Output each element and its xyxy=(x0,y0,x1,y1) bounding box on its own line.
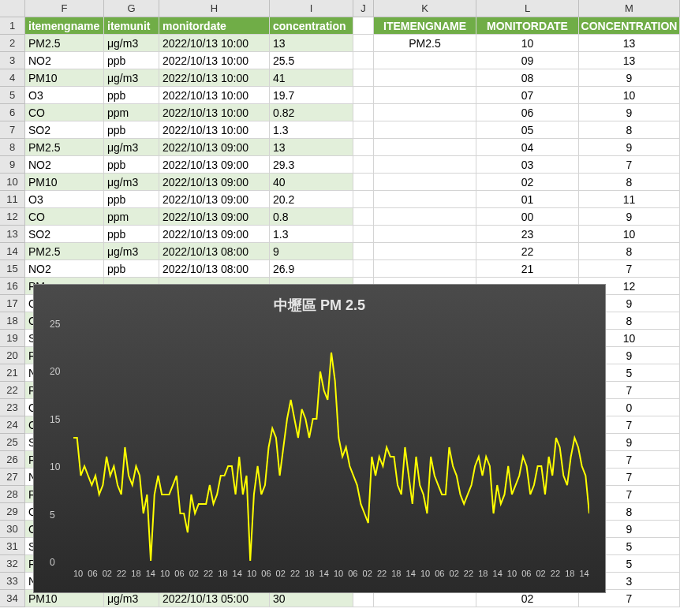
header-monitordate-r[interactable]: MONITORDATE xyxy=(476,17,579,35)
header-itemengname[interactable]: itemengname xyxy=(25,17,104,35)
colhead-M[interactable]: M xyxy=(579,0,680,17)
cell-J14[interactable] xyxy=(353,243,374,260)
rowhead-2[interactable]: 2 xyxy=(0,35,25,52)
cell-L5[interactable]: 07 xyxy=(476,87,579,104)
cell-F4[interactable]: PM10 xyxy=(25,69,104,87)
cell-H15[interactable]: 2022/10/13 08:00 xyxy=(159,260,270,278)
rowhead-8[interactable]: 8 xyxy=(0,139,25,156)
colhead-F[interactable]: F xyxy=(25,0,104,17)
cell-L8[interactable]: 04 xyxy=(476,139,579,156)
rowhead-6[interactable]: 6 xyxy=(0,104,25,121)
cell-L9[interactable]: 03 xyxy=(476,156,579,174)
cell-F5[interactable]: O3 xyxy=(25,87,104,104)
cell-H11[interactable]: 2022/10/13 09:00 xyxy=(159,191,270,208)
cell-G11[interactable]: ppb xyxy=(104,191,159,208)
chart-pm25[interactable]: 中壢區 PM 2.5 0510152025 100602221814100602… xyxy=(33,284,606,593)
rowhead-34[interactable]: 34 xyxy=(0,590,25,607)
cell-J12[interactable] xyxy=(353,208,374,226)
cell-F2[interactable]: PM2.5 xyxy=(25,35,104,52)
rowhead-21[interactable]: 21 xyxy=(0,364,25,382)
rowhead-15[interactable]: 15 xyxy=(0,260,25,278)
cell-L7[interactable]: 05 xyxy=(476,121,579,139)
cell-H2[interactable]: 2022/10/13 10:00 xyxy=(159,35,270,52)
cell-K4[interactable] xyxy=(374,69,476,87)
rowhead-24[interactable]: 24 xyxy=(0,416,25,434)
cell-L6[interactable]: 06 xyxy=(476,104,579,121)
cell-F10[interactable]: PM10 xyxy=(25,174,104,191)
cell-M4[interactable]: 9 xyxy=(579,69,680,87)
cell-I10[interactable]: 40 xyxy=(270,174,353,191)
cell-K10[interactable] xyxy=(374,174,476,191)
colhead-H[interactable]: H xyxy=(159,0,270,17)
rowhead-7[interactable]: 7 xyxy=(0,121,25,139)
cell-F13[interactable]: SO2 xyxy=(25,226,104,243)
rowhead-28[interactable]: 28 xyxy=(0,486,25,503)
cell-I11[interactable]: 20.2 xyxy=(270,191,353,208)
cell-L11[interactable]: 01 xyxy=(476,191,579,208)
rowhead-13[interactable]: 13 xyxy=(0,226,25,243)
cell-I14[interactable]: 9 xyxy=(270,243,353,260)
cell-J11[interactable] xyxy=(353,191,374,208)
cell-M12[interactable]: 9 xyxy=(579,208,680,226)
cell-J13[interactable] xyxy=(353,226,374,243)
cell-F6[interactable]: CO xyxy=(25,104,104,121)
cell-J3[interactable] xyxy=(353,52,374,69)
cell-F7[interactable]: SO2 xyxy=(25,121,104,139)
cell-K2[interactable]: PM2.5 xyxy=(374,35,476,52)
cell-J10[interactable] xyxy=(353,174,374,191)
cell-M13[interactable]: 10 xyxy=(579,226,680,243)
cell-G15[interactable]: ppb xyxy=(104,260,159,278)
rowhead-14[interactable]: 14 xyxy=(0,243,25,260)
cell-J8[interactable] xyxy=(353,139,374,156)
cell-I12[interactable]: 0.8 xyxy=(270,208,353,226)
colhead-I[interactable]: I xyxy=(270,0,353,17)
cell-K6[interactable] xyxy=(374,104,476,121)
cell-F9[interactable]: NO2 xyxy=(25,156,104,174)
rowhead-5[interactable]: 5 xyxy=(0,87,25,104)
cell-H9[interactable]: 2022/10/13 09:00 xyxy=(159,156,270,174)
cell-I5[interactable]: 19.7 xyxy=(270,87,353,104)
cell-K15[interactable] xyxy=(374,260,476,278)
rowhead-30[interactable]: 30 xyxy=(0,521,25,538)
rowhead-26[interactable]: 26 xyxy=(0,451,25,469)
header-itemunit[interactable]: itemunit xyxy=(104,17,159,35)
rowhead-32[interactable]: 32 xyxy=(0,555,25,573)
cell-L10[interactable]: 02 xyxy=(476,174,579,191)
header-concentration[interactable]: concentration xyxy=(270,17,353,35)
cell-H12[interactable]: 2022/10/13 09:00 xyxy=(159,208,270,226)
cell-F8[interactable]: PM2.5 xyxy=(25,139,104,156)
cell-M9[interactable]: 7 xyxy=(579,156,680,174)
cell-M3[interactable]: 13 xyxy=(579,52,680,69)
cell-J9[interactable] xyxy=(353,156,374,174)
cell-H8[interactable]: 2022/10/13 09:00 xyxy=(159,139,270,156)
cell-J7[interactable] xyxy=(353,121,374,139)
cell-I7[interactable]: 1.3 xyxy=(270,121,353,139)
cell-I3[interactable]: 25.5 xyxy=(270,52,353,69)
rowhead-23[interactable]: 23 xyxy=(0,399,25,416)
cell-I2[interactable]: 13 xyxy=(270,35,353,52)
cell-L4[interactable]: 08 xyxy=(476,69,579,87)
cell-I6[interactable]: 0.82 xyxy=(270,104,353,121)
rowhead-22[interactable]: 22 xyxy=(0,382,25,399)
rowhead-31[interactable]: 31 xyxy=(0,538,25,555)
rowhead-33[interactable]: 33 xyxy=(0,573,25,590)
rowhead-1[interactable]: 1 xyxy=(0,17,25,35)
cell-F11[interactable]: O3 xyxy=(25,191,104,208)
cell-M7[interactable]: 8 xyxy=(579,121,680,139)
header-monitordate[interactable]: monitordate xyxy=(159,17,270,35)
cell-M10[interactable]: 8 xyxy=(579,174,680,191)
cell-H13[interactable]: 2022/10/13 09:00 xyxy=(159,226,270,243)
cell-J15[interactable] xyxy=(353,260,374,278)
cell-K12[interactable] xyxy=(374,208,476,226)
cell-I15[interactable]: 26.9 xyxy=(270,260,353,278)
rowhead-10[interactable]: 10 xyxy=(0,174,25,191)
rowhead-17[interactable]: 17 xyxy=(0,295,25,312)
cell-L15[interactable]: 21 xyxy=(476,260,579,278)
header-concentration-r[interactable]: CONCENTRATION xyxy=(579,17,680,35)
cell-G2[interactable]: μg/m3 xyxy=(104,35,159,52)
cell-K7[interactable] xyxy=(374,121,476,139)
rowhead-11[interactable]: 11 xyxy=(0,191,25,208)
cell-K5[interactable] xyxy=(374,87,476,104)
cell-K13[interactable] xyxy=(374,226,476,243)
rowhead-18[interactable]: 18 xyxy=(0,312,25,330)
